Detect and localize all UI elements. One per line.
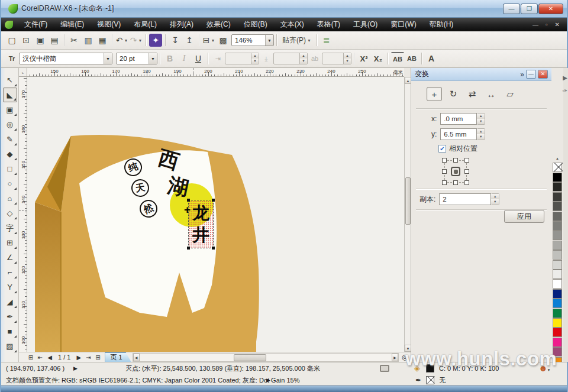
- outline-pen-tool[interactable]: ✒: [3, 309, 17, 324]
- font-name-combo[interactable]: 汉仪中楷简▼: [19, 53, 112, 64]
- scroll-left-icon[interactable]: ◀: [133, 354, 140, 361]
- redo-icon[interactable]: ↷▼: [130, 34, 143, 47]
- add-page-icon[interactable]: ⊞: [93, 354, 102, 361]
- tea-bag-artwork[interactable]: [27, 77, 404, 352]
- position-transform-icon[interactable]: +: [427, 87, 442, 101]
- minimize-button[interactable]: —: [503, 4, 520, 14]
- zoom-pan-tool[interactable]: ◎: [3, 117, 17, 132]
- interactive-fill-tool[interactable]: ▨: [3, 339, 17, 354]
- color-swatch[interactable]: [553, 260, 562, 270]
- restore-button[interactable]: ❐: [521, 4, 538, 14]
- docker-close-button[interactable]: ✕: [538, 70, 548, 79]
- paste-icon[interactable]: ▦: [96, 34, 109, 47]
- dimension-tool[interactable]: ∠: [3, 250, 17, 265]
- save-icon[interactable]: ▣: [34, 34, 47, 47]
- docker-tab-eyedropper-icon[interactable]: ✑: [560, 86, 568, 96]
- color-swatch[interactable]: [553, 241, 562, 250]
- doc-minimize-button[interactable]: —: [532, 21, 538, 28]
- doc-close-button[interactable]: ✕: [555, 21, 560, 28]
- v-spacing-field[interactable]: ▲▼: [273, 53, 308, 64]
- pick-tool[interactable]: ↖: [3, 73, 17, 88]
- chevron-down-icon[interactable]: ▼: [124, 38, 128, 43]
- no-color-swatch[interactable]: [553, 163, 562, 172]
- char-angle-field[interactable]: ▲▼: [322, 53, 351, 64]
- vertical-scrollbar[interactable]: ▲ ▼: [404, 77, 411, 352]
- x-input[interactable]: .0 mm: [440, 113, 477, 125]
- blend-tool[interactable]: Y: [3, 280, 17, 294]
- subscript-button[interactable]: X₂: [372, 52, 385, 65]
- drawing-canvas[interactable]: 纯 天 然 西 湖 + 龙 井: [27, 77, 404, 352]
- scale-mirror-transform-icon[interactable]: ⇄: [464, 87, 480, 101]
- small-caps-button[interactable]: AB: [405, 52, 418, 65]
- all-caps-button[interactable]: AB: [391, 52, 404, 65]
- crop-tool[interactable]: ▣: [3, 102, 17, 117]
- copy-icon[interactable]: ▥: [82, 34, 95, 47]
- menu-tools[interactable]: 工具(O): [347, 18, 384, 31]
- docker-collapse-icon[interactable]: »: [520, 70, 524, 79]
- anchor-center-selected[interactable]: [451, 167, 460, 176]
- text-tool[interactable]: 字: [3, 221, 17, 235]
- freehand-tool[interactable]: ✎: [3, 132, 17, 147]
- palette-scroll-up-icon[interactable]: ▲: [553, 155, 562, 161]
- menu-layout[interactable]: 布局(L): [127, 18, 163, 31]
- rectangle-tool[interactable]: □: [3, 161, 17, 176]
- scroll-right-icon[interactable]: ▶: [392, 354, 398, 361]
- relative-position-checkbox[interactable]: ✔: [438, 145, 446, 153]
- color-swatch[interactable]: [553, 270, 562, 279]
- search-content-icon[interactable]: ✦: [149, 34, 162, 47]
- menu-arrange[interactable]: 排列(A): [163, 18, 200, 31]
- vertical-ruler[interactable]: 170160150140130120110100: [19, 77, 27, 352]
- open-icon[interactable]: ⊡: [20, 34, 33, 47]
- menu-text[interactable]: 文本(X): [274, 18, 311, 31]
- color-swatch[interactable]: [553, 202, 562, 211]
- text-properties-icon[interactable]: A: [425, 52, 438, 65]
- monitor-icon[interactable]: [380, 365, 389, 372]
- italic-button[interactable]: I: [178, 52, 191, 65]
- snap-to-dropdown[interactable]: 贴齐(P)▼: [280, 34, 314, 47]
- first-page-icon[interactable]: ⇤: [36, 354, 45, 361]
- table-tool[interactable]: ⊞: [3, 235, 17, 250]
- menu-file[interactable]: 文件(F): [18, 18, 54, 31]
- last-page-icon[interactable]: ⇥: [83, 354, 93, 361]
- horizontal-ruler[interactable]: 150160170180190200210220230240250毫米: [27, 68, 404, 77]
- shape-tool[interactable]: ◣: [3, 88, 17, 102]
- selection-handle[interactable]: [187, 199, 190, 202]
- doc-restore-button[interactable]: ▫: [546, 21, 548, 28]
- hscroll-thumb[interactable]: [234, 354, 266, 361]
- import-icon[interactable]: ↧: [169, 34, 182, 47]
- welcome-screen-icon[interactable]: ▩: [217, 34, 230, 47]
- color-swatch[interactable]: [553, 221, 562, 231]
- vscroll-thumb[interactable]: [405, 177, 411, 225]
- color-eyedropper-tool[interactable]: ◢: [3, 294, 17, 309]
- expand-arrow-icon[interactable]: ▶: [73, 362, 78, 374]
- selection-handle[interactable]: [212, 199, 215, 202]
- y-spinner[interactable]: ▲▼: [477, 128, 485, 140]
- menu-help[interactable]: 帮助(H): [423, 18, 460, 31]
- chevron-down-icon[interactable]: ▼: [265, 35, 273, 46]
- options-icon[interactable]: ≣: [320, 34, 333, 47]
- horizontal-scrollbar[interactable]: ◀ ▶: [133, 353, 399, 362]
- menu-window[interactable]: 窗口(W): [384, 18, 422, 31]
- docker-minimize-button[interactable]: —: [526, 70, 536, 79]
- next-page-icon[interactable]: ▶: [74, 354, 83, 361]
- basic-shapes-tool[interactable]: ◇: [3, 206, 17, 221]
- outline-color-swatch[interactable]: [426, 374, 434, 386]
- anchor-point-grid[interactable]: [442, 158, 469, 185]
- chevron-down-icon[interactable]: ▼: [211, 38, 215, 43]
- color-swatch[interactable]: [553, 309, 562, 318]
- font-size-combo[interactable]: 20 pt▼: [116, 53, 157, 64]
- menu-edit[interactable]: 编辑(E): [54, 18, 91, 31]
- color-swatch[interactable]: [553, 338, 562, 347]
- color-swatch[interactable]: [553, 192, 562, 202]
- brand-char-hu[interactable]: 湖: [166, 174, 191, 199]
- outline-pen-icon[interactable]: ✒: [415, 374, 421, 386]
- color-swatch[interactable]: [553, 328, 562, 337]
- x-spinner[interactable]: ▲▼: [477, 113, 485, 125]
- undo-icon[interactable]: ↶▼: [115, 34, 128, 47]
- underline-button[interactable]: U: [192, 52, 205, 65]
- print-icon[interactable]: ▤: [48, 34, 61, 47]
- selection-handle[interactable]: [187, 247, 190, 250]
- selection-handle[interactable]: [212, 247, 215, 250]
- chevron-down-icon[interactable]: ▼: [138, 38, 142, 43]
- size-transform-icon[interactable]: ↔: [483, 87, 499, 101]
